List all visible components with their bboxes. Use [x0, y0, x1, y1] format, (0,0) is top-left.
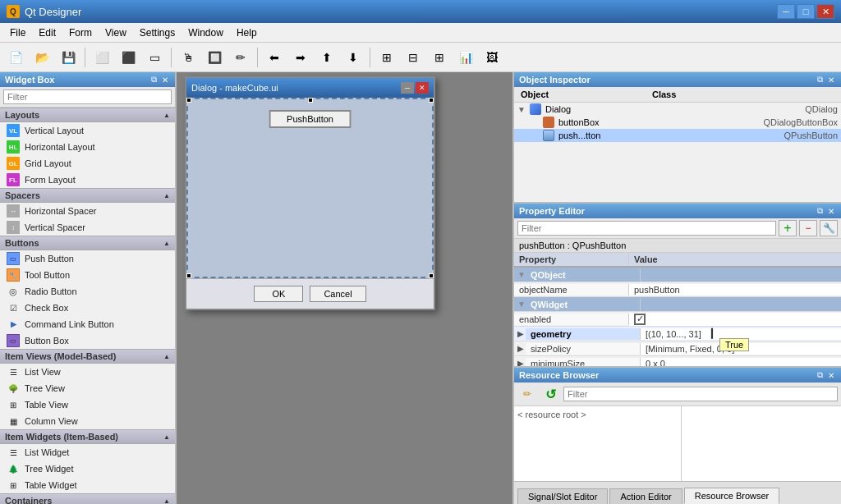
align-bottom[interactable]: ⬇	[341, 46, 365, 69]
tool-10[interactable]: 🖼	[480, 46, 504, 69]
enabled-checkbox[interactable]: ✓	[634, 314, 646, 325]
widget-list-widget[interactable]: ☰ List Widget	[0, 444, 175, 460]
sizepolicy-value[interactable]: [Minimum, Fixed, 0, 0]	[641, 343, 841, 355]
tool-9[interactable]: 📊	[453, 46, 478, 69]
widget-box-close-button[interactable]: ✕	[160, 75, 170, 85]
resource-tree[interactable]: < resource root >	[514, 406, 682, 481]
menu-window[interactable]: Window	[182, 25, 230, 40]
resource-edit-button[interactable]: ✏	[517, 385, 537, 403]
widget-list-view[interactable]: ☰ List View	[0, 364, 175, 380]
dialog-close[interactable]: ✕	[416, 82, 429, 94]
tool-3[interactable]: ▭	[142, 46, 167, 69]
tab-resource-browser[interactable]: Resource Browser	[684, 488, 779, 504]
tab-action-editor[interactable]: Action Editor	[609, 488, 682, 504]
grid-toggle[interactable]: ⊞	[375, 46, 399, 69]
minimumsize-value[interactable]: 0 x 0	[641, 358, 841, 367]
dialog-expand-icon[interactable]: ▼	[517, 105, 529, 114]
tool-2[interactable]: ⬛	[116, 46, 140, 69]
section-item-views[interactable]: Item Views (Model-Based) ▲	[0, 349, 175, 364]
widget-command-link-button[interactable]: ▶ Command Link Button	[0, 316, 175, 332]
resource-filter-input[interactable]	[563, 387, 838, 401]
widget-check-box[interactable]: ☑ Check Box	[0, 300, 175, 316]
widget-column-view[interactable]: ▦ Column View	[0, 413, 175, 429]
menu-file[interactable]: File	[3, 25, 32, 40]
prop-geometry[interactable]: ▶ geometry [(10, 10..., 31] ▎ True	[514, 327, 841, 341]
handle-tl[interactable]	[186, 98, 191, 103]
handle-tr[interactable]	[429, 98, 434, 103]
ok-button[interactable]: OK	[254, 286, 303, 302]
tool-8[interactable]: ⊞	[427, 46, 452, 69]
menu-edit[interactable]: Edit	[32, 25, 62, 40]
minimumsize-expand[interactable]: ▶	[514, 359, 526, 366]
widget-tool-button[interactable]: 🔧 Tool Button	[0, 267, 175, 283]
tool-6[interactable]: ✏	[228, 46, 253, 69]
tool-7[interactable]: ⊟	[401, 46, 425, 69]
maximize-button[interactable]: □	[797, 4, 815, 19]
dialog-canvas[interactable]: PushButton	[186, 98, 434, 278]
tool-4[interactable]: 🖱	[176, 46, 200, 69]
menu-view[interactable]: View	[99, 25, 133, 40]
section-buttons[interactable]: Buttons ▲	[0, 236, 175, 250]
geometry-value[interactable]: [(10, 10..., 31]	[641, 328, 841, 340]
widget-table-view[interactable]: ⊞ Table View	[0, 396, 175, 413]
tool-1[interactable]: ⬜	[90, 46, 114, 69]
objectname-value[interactable]: pushButton	[629, 284, 841, 296]
resource-browser-close[interactable]: ✕	[826, 370, 836, 380]
widget-tree-view[interactable]: 🌳 Tree View	[0, 380, 175, 396]
dialog-minimize[interactable]: ─	[401, 82, 414, 94]
section-item-widgets[interactable]: Item Widgets (Item-Based) ▲	[0, 429, 175, 444]
open-button[interactable]: 📂	[30, 46, 54, 69]
resource-browser-float[interactable]: ⧉	[816, 370, 825, 380]
qobject-expand[interactable]: ▼	[514, 270, 526, 279]
object-inspector-close[interactable]: ✕	[826, 75, 836, 85]
menu-help[interactable]: Help	[230, 25, 264, 40]
widget-grid-layout[interactable]: GL Grid Layout	[0, 155, 175, 172]
prop-sizepolicy[interactable]: ▶ sizePolicy [Minimum, Fixed, 0, 0]	[514, 341, 841, 356]
property-add-button[interactable]: +	[779, 220, 797, 236]
property-options-button[interactable]: 🔧	[820, 220, 838, 236]
handle-br[interactable]	[429, 273, 434, 278]
property-editor-close[interactable]: ✕	[826, 206, 836, 216]
menu-form[interactable]: Form	[62, 25, 99, 40]
qwidget-expand[interactable]: ▼	[514, 300, 526, 309]
tool-5[interactable]: 🔲	[202, 46, 227, 69]
sizepolicy-expand[interactable]: ▶	[514, 344, 526, 353]
property-filter-input[interactable]	[517, 221, 776, 236]
widget-horizontal-layout[interactable]: HL Horizontal Layout	[0, 139, 175, 155]
new-button[interactable]: 📄	[3, 46, 28, 69]
save-button[interactable]: 💾	[56, 46, 80, 69]
align-left[interactable]: ⬅	[262, 46, 287, 69]
prop-objectname[interactable]: objectName pushButton	[514, 282, 841, 297]
section-layouts[interactable]: Layouts ▲	[0, 108, 175, 122]
resource-refresh-button[interactable]: ↺	[540, 385, 560, 403]
dialog-title-bar[interactable]: Dialog - makeCube.ui ─ ✕	[186, 78, 434, 98]
section-spacers[interactable]: Spacers ▲	[0, 188, 175, 203]
handle-tm[interactable]	[308, 98, 313, 103]
enabled-value[interactable]: ✓	[629, 313, 841, 326]
widget-box-filter-input[interactable]	[3, 89, 172, 104]
close-button[interactable]: ✕	[816, 4, 834, 19]
minimize-button[interactable]: ─	[777, 4, 795, 19]
property-remove-button[interactable]: −	[799, 220, 817, 236]
canvas-area[interactable]: Dialog - makeCube.ui ─ ✕ PushButton	[177, 72, 512, 504]
section-containers[interactable]: Containers ▲	[0, 493, 175, 504]
cancel-button[interactable]: Cancel	[310, 286, 365, 302]
widget-horizontal-spacer[interactable]: ↔ Horizontal Spacer	[0, 203, 175, 219]
widget-tree-widget[interactable]: 🌲 Tree Widget	[0, 460, 175, 477]
widget-form-layout[interactable]: FL Form Layout	[0, 172, 175, 188]
widget-vertical-spacer[interactable]: ↕ Vertical Spacer	[0, 219, 175, 236]
align-top[interactable]: ⬆	[315, 46, 339, 69]
property-editor-float[interactable]: ⧉	[816, 206, 825, 216]
geometry-expand[interactable]: ▶	[514, 329, 526, 338]
widget-table-widget[interactable]: ⊞ Table Widget	[0, 477, 175, 493]
push-button-widget[interactable]: PushButton	[269, 110, 352, 128]
inspector-row-pushbutton[interactable]: push...tton QPushButton	[514, 129, 841, 142]
inspector-row-buttonbox[interactable]: buttonBox QDialogButtonBox	[514, 116, 841, 129]
object-inspector-float[interactable]: ⧉	[816, 75, 825, 85]
tab-signal-slot-editor[interactable]: Signal/Slot Editor	[517, 488, 608, 504]
widget-vertical-layout[interactable]: VL Vertical Layout	[0, 122, 175, 139]
widget-push-button[interactable]: ▭ Push Button	[0, 250, 175, 267]
widget-radio-button[interactable]: ◎ Radio Button	[0, 283, 175, 300]
menu-settings[interactable]: Settings	[133, 25, 182, 40]
widget-button-box[interactable]: ▭ Button Box	[0, 332, 175, 349]
